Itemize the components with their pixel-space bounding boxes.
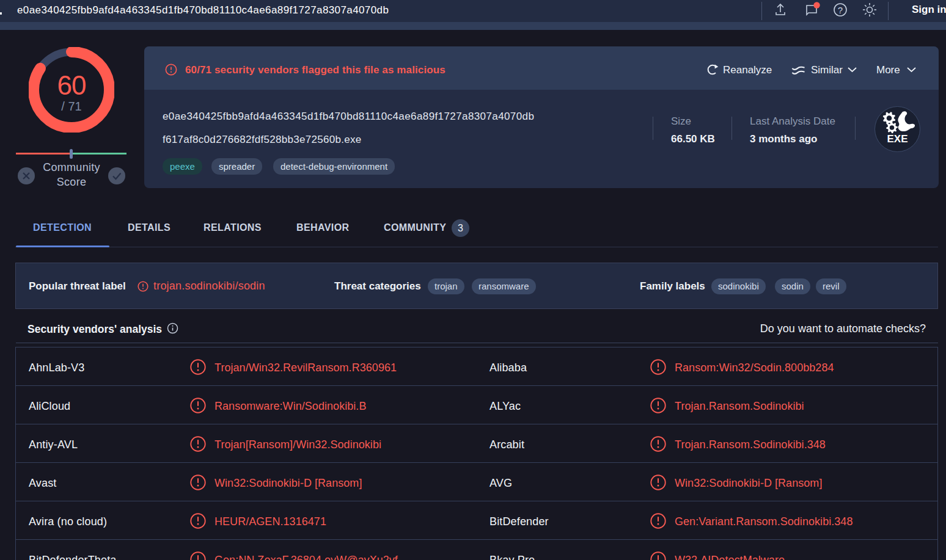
svg-text:?: ? (838, 5, 843, 15)
svg-text:EXE: EXE (887, 133, 908, 145)
